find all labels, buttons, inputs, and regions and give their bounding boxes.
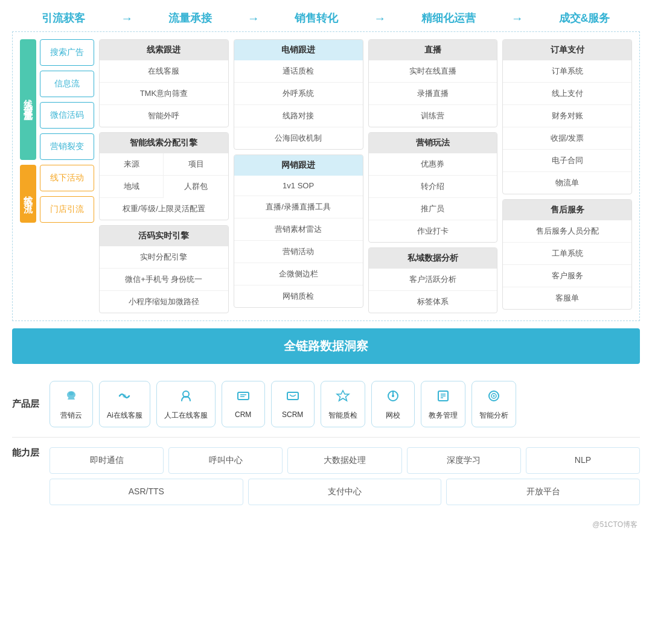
arrow-4: → xyxy=(511,11,523,25)
product-name-5: 智能质检 xyxy=(328,410,357,421)
svg-rect-3 xyxy=(238,392,249,400)
order-header: 订单支付 xyxy=(503,40,631,60)
clue-item-1: TMK意向筛查 xyxy=(100,83,228,105)
live-items: 实时在线直播 录播直播 训练营 xyxy=(369,60,497,127)
product-icon-0 xyxy=(63,387,80,408)
online-sales-header: 网销跟进 xyxy=(234,155,363,176)
private-data-box: 私域数据分析 客户活跃分析 标签体系 xyxy=(368,247,498,313)
smart-clue-grid: 来源 项目 地域 人群包 xyxy=(100,153,228,198)
cap-item-3: 深度学习 xyxy=(407,447,521,474)
main-area: 线上公域流量 搜索广告 信息流 微信活码 营销裂变 线下引流 线下活动 门店引流… xyxy=(12,31,640,321)
marketing-item-2: 推广员 xyxy=(369,198,497,220)
live-box: 直播 实时在线直播 录播直播 训练营 xyxy=(368,39,498,127)
product-name-0: 营销云 xyxy=(60,410,82,421)
columns-area: 线索跟进 在线客服 TMK意向筛查 智能外呼 智能线索分配引擎 来源 项目 地域… xyxy=(99,39,632,313)
live-code-item-0: 实时分配引擎 xyxy=(100,246,228,269)
product-card-5: 智能质检 xyxy=(321,381,365,427)
marketing-box: 营销玩法 优惠券 转介绍 推广员 作业打卡 xyxy=(368,132,498,243)
cap-item-6: 支付中心 xyxy=(248,479,442,505)
offline-items: 线下活动 门店引流 xyxy=(40,165,94,223)
product-card-2: 人工在线客服 xyxy=(156,381,216,427)
product-card-8: 智能分析 xyxy=(471,381,516,427)
live-code-header: 活码实时引擎 xyxy=(100,226,228,246)
live-code-item-1: 微信+手机号 身份统一 xyxy=(100,269,228,291)
smart-clue-full: 权重/等级/上限灵活配置 xyxy=(100,198,228,220)
order-item-2: 财务对账 xyxy=(503,105,631,127)
product-cards: 营销云 Ai在线客服 人工在线客服 xyxy=(50,381,516,427)
live-header: 直播 xyxy=(369,40,497,60)
order-items: 订单系统 线上支付 财务对账 收据/发票 电子合同 物流单 xyxy=(503,60,631,194)
arrow-2: → xyxy=(248,11,260,25)
telesales-item-1: 外呼系统 xyxy=(234,83,363,105)
telesales-header: 电销跟进 xyxy=(234,40,363,60)
online-sales-items: 1v1 SOP 直播/录播直播工具 营销素材雷达 营销活动 企微侧边栏 网销质检 xyxy=(234,176,363,307)
product-icon-2 xyxy=(177,387,194,408)
telesales-item-0: 通话质检 xyxy=(234,60,363,83)
smart-clue-items: 来源 项目 地域 人群包 权重/等级/上限灵活配置 xyxy=(100,153,228,220)
traffic-item-store: 门店引流 xyxy=(40,196,94,223)
marketing-item-1: 转介绍 xyxy=(369,176,497,198)
traffic-item-marketing: 营销裂变 xyxy=(40,133,94,160)
full-banner: 全链路数据洞察 xyxy=(12,328,640,364)
online-sales-box: 网销跟进 1v1 SOP 直播/录播直播工具 营销素材雷达 营销活动 企微侧边栏… xyxy=(234,155,363,308)
product-card-4: SCRM xyxy=(271,381,315,427)
watermark: @51CTO博客 xyxy=(0,515,652,535)
smart-clue-grid-1: 项目 xyxy=(164,153,228,176)
product-layer-row: 产品层 营销云 Ai在线客服 xyxy=(12,381,640,427)
svg-point-1 xyxy=(123,394,126,398)
svg-point-10 xyxy=(392,395,394,397)
product-icon-4 xyxy=(284,387,301,408)
smart-clue-box: 智能线索分配引擎 来源 项目 地域 人群包 权重/等级/上限灵活配置 xyxy=(99,132,229,220)
order-item-1: 线上支付 xyxy=(503,83,631,105)
svg-point-0 xyxy=(69,392,74,395)
live-item-2: 训练营 xyxy=(369,105,497,127)
cap-item-2: 大数据处理 xyxy=(287,447,401,474)
live-item-1: 录播直播 xyxy=(369,83,497,105)
online-sales-item-5: 网销质检 xyxy=(234,285,363,307)
svg-point-17 xyxy=(493,395,494,397)
cap-item-4: NLP xyxy=(526,447,640,474)
private-data-header: 私域数据分析 xyxy=(369,248,497,269)
after-sales-header: 售后服务 xyxy=(503,200,631,220)
smart-clue-grid-2: 地域 xyxy=(100,176,164,198)
left-panel: 线上公域流量 搜索广告 信息流 微信活码 营销裂变 线下引流 线下活动 门店引流 xyxy=(20,39,94,313)
after-sales-box: 售后服务 售后服务人员分配 工单系统 客户服务 客服单 xyxy=(502,199,632,310)
offline-traffic-group: 线下引流 线下活动 门店引流 xyxy=(20,165,94,223)
offline-label: 线下引流 xyxy=(20,165,36,223)
online-sales-item-4: 企微侧边栏 xyxy=(234,263,363,285)
live-code-items: 实时分配引擎 微信+手机号 身份统一 小程序缩短加微路径 xyxy=(100,246,228,313)
product-card-1: Ai在线客服 xyxy=(99,381,150,427)
marketing-header: 营销玩法 xyxy=(369,133,497,153)
product-card-3: CRM xyxy=(222,381,265,427)
order-box: 订单支付 订单系统 线上支付 财务对账 收据/发票 电子合同 物流单 xyxy=(502,39,632,194)
online-sales-item-3: 营销活动 xyxy=(234,241,363,263)
product-layer: 产品层 营销云 Ai在线客服 xyxy=(12,371,640,438)
product-icon-8 xyxy=(485,387,502,408)
online-sales-item-2: 营销素材雷达 xyxy=(234,218,363,241)
arrow-3: → xyxy=(374,11,386,25)
product-icon-7 xyxy=(435,387,452,408)
product-card-0: 营销云 xyxy=(50,381,93,427)
telesales-items: 通话质检 外呼系统 线路对接 公海回收机制 xyxy=(234,60,363,149)
product-name-4: SCRM xyxy=(282,410,303,419)
capability-layer: 能力层 即时通信 呼叫中心 大数据处理 深度学习 NLP ASR/TTS 支付中… xyxy=(12,438,640,515)
telesales-item-3: 公海回收机制 xyxy=(234,127,363,149)
capability-layer-label: 能力层 xyxy=(12,447,42,459)
smart-clue-grid-3: 人群包 xyxy=(164,176,228,198)
col-1: 线索跟进 在线客服 TMK意向筛查 智能外呼 智能线索分配引擎 来源 项目 地域… xyxy=(99,39,229,313)
product-name-7: 教务管理 xyxy=(429,410,458,421)
after-sales-items: 售后服务人员分配 工单系统 客户服务 客服单 xyxy=(503,220,631,309)
after-sales-item-3: 客服单 xyxy=(503,287,631,309)
arrow-1: → xyxy=(121,11,133,25)
top-header: 引流获客 → 流量承接 → 销售转化 → 精细化运营 → 成交&服务 xyxy=(0,0,652,31)
capability-layer-row: 能力层 即时通信 呼叫中心 大数据处理 深度学习 NLP ASR/TTS 支付中… xyxy=(12,447,640,505)
phase-2: 流量承接 xyxy=(168,11,212,25)
order-item-0: 订单系统 xyxy=(503,60,631,83)
col-4: 订单支付 订单系统 线上支付 财务对账 收据/发票 电子合同 物流单 售后服务 … xyxy=(502,39,632,313)
product-layer-label: 产品层 xyxy=(12,398,42,410)
phase-5: 成交&服务 xyxy=(559,11,610,25)
capability-content: 即时通信 呼叫中心 大数据处理 深度学习 NLP ASR/TTS 支付中心 开放… xyxy=(50,447,640,505)
after-sales-item-1: 工单系统 xyxy=(503,243,631,265)
capability-row1: 即时通信 呼叫中心 大数据处理 深度学习 NLP xyxy=(50,447,640,474)
phase-4: 精细化运营 xyxy=(421,11,476,25)
